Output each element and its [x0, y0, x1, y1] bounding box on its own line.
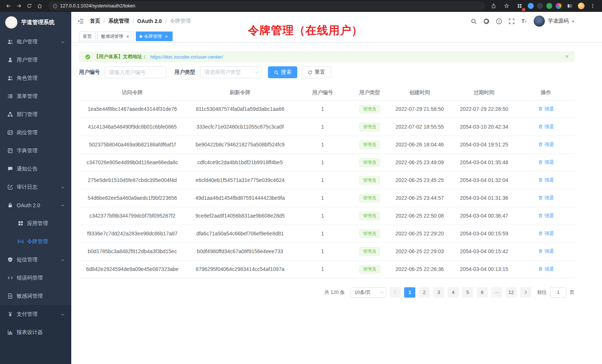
close-icon[interactable]: [565, 54, 569, 60]
doc-link[interactable]: https://doc.iocoder.cn/user-center/: [150, 54, 223, 60]
next-page-button[interactable]: [520, 287, 531, 298]
filter-form: 用户编号 用户类型 请选择用户类型 搜索 重置: [79, 66, 575, 78]
sidebar-item[interactable]: 菜单管理: [0, 87, 71, 105]
github-icon[interactable]: [483, 18, 490, 24]
page-button[interactable]: 2: [419, 287, 430, 298]
sidebar-item[interactable]: 应用管理: [0, 214, 71, 232]
page-button[interactable]: 3: [433, 287, 444, 298]
page-button[interactable]: 12: [506, 287, 517, 298]
forward-button[interactable]: [14, 1, 24, 10]
extension-icon[interactable]: [556, 3, 562, 9]
extension-icon[interactable]: [528, 3, 534, 9]
breadcrumb-item[interactable]: OAuth 2.0: [137, 18, 162, 24]
force-logout-button[interactable]: 强退: [538, 141, 554, 148]
breadcrumb-item[interactable]: 首页: [90, 18, 100, 24]
force-logout-button[interactable]: 强退: [538, 177, 554, 183]
annotation-token-management: 令牌管理（在线用户）: [248, 23, 363, 38]
reset-button[interactable]: 重置: [302, 66, 331, 78]
help-icon[interactable]: [496, 18, 502, 24]
address-bar[interactable]: 127.0.0.1:1024/system/oauth2/token: [48, 1, 485, 10]
total-count: 共 120 条: [324, 289, 345, 296]
breadcrumb: 首页 / 系统管理 / OAuth 2.0 / 令牌管理: [90, 18, 191, 24]
sidebar-fold-icon[interactable]: [77, 18, 84, 24]
user-id-cell: 1: [295, 242, 351, 260]
force-logout-button[interactable]: 强退: [538, 230, 554, 237]
delete-icon: [538, 106, 543, 111]
chevron-icon: [61, 258, 64, 261]
search-button[interactable]: 搜索: [268, 66, 297, 78]
browser-profile-avatar[interactable]: [578, 3, 585, 9]
page-button[interactable]: ···: [491, 287, 502, 298]
access-token-cell: c347026e805e4d99b0d116eae66eda8c: [79, 153, 186, 171]
user-type-badge: 管理员: [359, 194, 380, 202]
sidebar-item[interactable]: 敏感词管理: [0, 287, 71, 305]
sidebar-item[interactable]: 用户管理: [0, 51, 71, 69]
page-button[interactable]: 4: [448, 287, 459, 298]
back-button[interactable]: [4, 1, 13, 10]
page-button[interactable]: 6: [477, 287, 488, 298]
force-logout-button[interactable]: 强退: [538, 248, 554, 255]
bookmark-star-button[interactable]: [502, 1, 511, 10]
sensitive-word-icon: [7, 293, 13, 299]
share-button[interactable]: [489, 1, 498, 10]
sidebar-item[interactable]: 支付管理: [0, 305, 71, 323]
reload-button[interactable]: [24, 1, 34, 10]
sidebar-item[interactable]: 字典管理: [0, 142, 71, 160]
expire-time-cell: 2054-03-04 00:36:47: [451, 207, 517, 225]
sidebar-item[interactable]: 部门管理: [0, 105, 71, 123]
sidebar-item[interactable]: 岗位管理: [0, 123, 71, 142]
refresh-icon: [308, 70, 313, 75]
page-size-select[interactable]: 10条/页: [351, 287, 386, 298]
breadcrumb-item[interactable]: 系统管理: [108, 18, 129, 24]
dept-tree-icon: [7, 112, 13, 117]
sidebar-item[interactable]: 短信管理: [0, 251, 71, 269]
url-text[interactable]: 127.0.0.1:1024/system/oauth2/token: [60, 3, 135, 9]
user-type-badge: 管理员: [359, 265, 380, 274]
force-logout-button[interactable]: 强退: [538, 212, 554, 219]
user-type-select[interactable]: 请选择用户类型: [200, 66, 262, 78]
breadcrumb-item[interactable]: 令牌管理: [170, 18, 191, 24]
view-tab[interactable]: 首页: [79, 32, 95, 41]
browser-menu-button[interactable]: [588, 1, 598, 10]
created-time-cell: 2022-06-25 22:29:03: [389, 242, 451, 260]
prev-page-button[interactable]: [390, 287, 401, 298]
close-icon[interactable]: [164, 34, 169, 39]
force-logout-button[interactable]: 强退: [538, 266, 554, 272]
fullscreen-icon[interactable]: [508, 18, 515, 24]
chevron-icon: [61, 205, 64, 208]
header-actions: 芋道源码: [471, 16, 575, 27]
force-logout-button[interactable]: 强退: [538, 195, 554, 201]
view-tab[interactable]: 令牌管理: [136, 32, 173, 41]
view-tab[interactable]: 敏感词管理: [97, 32, 134, 41]
sidebar-item[interactable]: 角色管理: [0, 69, 71, 87]
force-logout-button[interactable]: 强退: [538, 123, 554, 130]
force-logout-button[interactable]: 强退: [538, 106, 554, 112]
close-icon[interactable]: [125, 34, 130, 39]
token-row: 502375b8040a469a9b82188afdf6af1f be90422…: [79, 136, 575, 153]
page-button[interactable]: 5: [462, 287, 473, 298]
extension-icon[interactable]: [546, 3, 552, 9]
sidebar-item[interactable]: OAuth 2.0: [0, 196, 71, 214]
user-menu[interactable]: 芋道源码: [534, 16, 575, 27]
app-title: 芋道管理系统: [21, 19, 55, 26]
search-icon[interactable]: [471, 18, 477, 24]
sidebar-item[interactable]: 报表设计器: [0, 323, 71, 341]
access-token-cell: 275e5de9151045fe87cbdc395e004f4d: [79, 171, 186, 189]
sidebar-item[interactable]: 错误码管理: [0, 269, 71, 287]
font-size-icon[interactable]: [521, 18, 527, 24]
sidebar-item[interactable]: 令牌管理: [0, 232, 71, 251]
goto-page-input[interactable]: [550, 287, 566, 298]
extension-icon[interactable]: [537, 3, 543, 9]
refresh-token-cell: 9ce8ef2aa9f14056b831ae9b608e28d5: [186, 207, 295, 225]
sidebar-item[interactable]: 租户管理: [0, 33, 71, 51]
extensions-button[interactable]: [515, 1, 524, 10]
sidebar-item[interactable]: 通知公告: [0, 160, 71, 178]
user-id-input[interactable]: [105, 66, 166, 78]
site-info-icon[interactable]: [53, 4, 58, 9]
error-code-icon: [7, 275, 13, 281]
home-button[interactable]: [35, 1, 45, 10]
page-button[interactable]: 1: [404, 287, 415, 298]
force-logout-button[interactable]: 强退: [538, 159, 554, 166]
sidebar-item[interactable]: 审计日志: [0, 178, 71, 196]
split-view-button[interactable]: [565, 1, 575, 10]
